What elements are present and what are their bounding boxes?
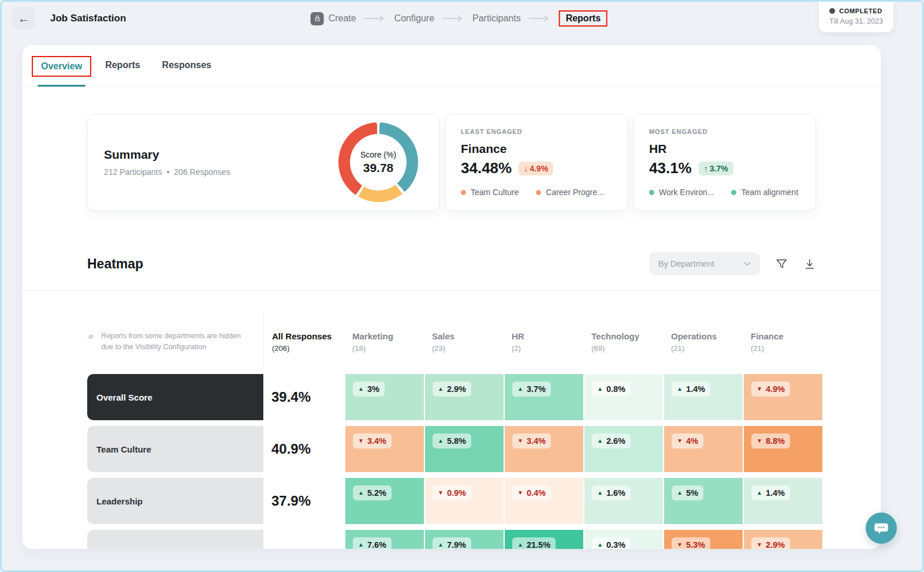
heatmap-cell[interactable]: ▲1.6%	[583, 478, 663, 524]
delta-value: 21.5%	[527, 540, 550, 549]
tab-overview[interactable]: Overview	[39, 45, 84, 87]
chat-widget-button[interactable]	[866, 513, 897, 544]
responses-count: 206 Responses	[174, 167, 230, 177]
heatmap-cell[interactable]: ▼2.9%	[743, 530, 822, 549]
delta-value: 3%	[367, 384, 379, 394]
heatmap-row: Team Culture40.9%▼3.4%▲5.8%▼3.4%▲2.6%▼4%…	[87, 426, 881, 472]
row-label-cell[interactable]: Leadership	[87, 478, 263, 524]
arrow-down-icon: ↓	[524, 164, 528, 173]
delta-value: 5.2%	[367, 488, 386, 498]
delta-badge: ▲0.8%	[592, 382, 631, 397]
heatmap-cell[interactable]: ▼0.9%	[424, 478, 504, 524]
group-by-dropdown[interactable]: By Department	[649, 252, 760, 275]
heatmap-cell[interactable]: ▲21.5%	[504, 530, 583, 549]
back-button[interactable]: ←	[12, 7, 35, 30]
heatmap-cell[interactable]: ▲2.9%	[424, 374, 504, 420]
delta-badge: ▲7.9%	[433, 537, 471, 549]
heatmap-cell[interactable]: ▲3.7%	[504, 374, 583, 420]
delta-badge: ▲7.6%	[353, 537, 392, 549]
trend-down-icon: ▼	[517, 490, 523, 496]
column-count: (21)	[751, 344, 822, 353]
donut-center-label: Score (%)	[360, 150, 396, 159]
column-name: Technology	[591, 331, 663, 341]
breadcrumb-step-participants[interactable]: Participants	[472, 13, 521, 24]
row-label-cell[interactable]: Overall Score	[87, 374, 263, 420]
heatmap-cell[interactable]: ▲1.4%	[743, 478, 822, 524]
heatmap-cell[interactable]: ▲1.4%	[663, 374, 743, 420]
dot-icon	[536, 190, 541, 195]
heatmap-cell[interactable]: ▼5.3%	[663, 530, 743, 549]
score-donut-chart: Score (%) 39.78	[338, 122, 418, 202]
breadcrumb-step-label: Create	[329, 13, 356, 24]
filter-button[interactable]	[775, 257, 788, 271]
breadcrumb-step-create[interactable]: Create	[311, 12, 356, 25]
heatmap-row: Overall Score39.4%▲3%▲2.9%▲3.7%▲0.8%▲1.4…	[87, 374, 881, 420]
breadcrumb-arrow-icon	[529, 15, 551, 22]
breadcrumb-step-reports[interactable]: Reports	[559, 10, 608, 27]
delta-value: 1.6%	[606, 488, 625, 498]
chevron-down-icon	[744, 261, 751, 266]
row-label-cell[interactable]	[87, 530, 263, 549]
arrow-up-icon: ↑	[704, 164, 708, 173]
dot-icon	[461, 190, 466, 195]
least-engaged-name: Finance	[461, 142, 612, 156]
tab-label: Reports	[105, 60, 140, 70]
most-engaged-name: HR	[649, 142, 800, 156]
heatmap-header-row: Heatmap By Department	[87, 252, 816, 275]
column-count: (21)	[671, 344, 743, 353]
delta-value: 1.4%	[766, 488, 785, 498]
heatmap-cell[interactable]: ▼3.4%	[504, 426, 583, 472]
delta-badge: ▼0.4%	[512, 485, 551, 500]
dot-icon	[649, 190, 654, 195]
group-by-value: By Department	[658, 259, 714, 268]
heatmap-cell[interactable]: ▲5.8%	[424, 426, 504, 472]
heatmap-cell[interactable]: ▲5.2%	[344, 478, 424, 524]
delta-value: 0.9%	[447, 488, 466, 498]
driver-tag-label: Team alignment	[741, 188, 798, 197]
delta-value: 2.6%	[606, 436, 625, 446]
heatmap-cell[interactable]: ▼4.9%	[743, 374, 822, 420]
driver-tag: Team alignment	[731, 188, 798, 197]
delta-value: 3.4%	[527, 436, 546, 446]
delta-badge: ▲2.9%	[433, 382, 471, 397]
heatmap-cell[interactable]: ▼4%	[663, 426, 743, 472]
download-button[interactable]	[803, 257, 816, 270]
heatmap-cell[interactable]: ▼8.8%	[743, 426, 822, 472]
delta-badge: ▲5.8%	[433, 433, 471, 448]
delta-value: 0.8%	[606, 384, 625, 394]
driver-tag: Work Environ...	[649, 188, 714, 197]
heatmap-row: ▲7.6%▲7.9%▲21.5%▲0.3%▼5.3%▼2.9%	[87, 530, 881, 549]
delta-badge: ▼2.9%	[751, 537, 790, 549]
column-count: (18)	[352, 344, 424, 353]
trend-up-icon: ▲	[358, 386, 364, 392]
delta-value: 5.3%	[686, 540, 705, 549]
trend-up-icon: ▲	[438, 542, 444, 548]
column-header-hr: HR(2)	[504, 331, 583, 353]
heatmap-cell[interactable]: ▲3%	[344, 374, 424, 420]
delta-value: 3.7%	[527, 384, 546, 394]
filter-funnel-icon	[775, 257, 788, 271]
breadcrumb-step-configure[interactable]: Configure	[394, 13, 434, 24]
delta-value: 4%	[686, 436, 698, 446]
summary-title: Summary	[104, 148, 230, 162]
heatmap-cell[interactable]: ▼3.4%	[344, 426, 424, 472]
heatmap-cell[interactable]: ▲0.8%	[583, 374, 663, 420]
most-engaged-value: 43.1%	[649, 159, 692, 177]
tab-reports[interactable]: Reports	[104, 45, 141, 87]
trend-up-icon: ▲	[597, 542, 603, 548]
delta-value: 1.4%	[686, 384, 705, 394]
heatmap-cell[interactable]: ▲0.3%	[583, 530, 663, 549]
tab-responses[interactable]: Responses	[161, 45, 213, 87]
heatmap-cell[interactable]: ▼0.4%	[504, 478, 583, 524]
delta-value: 0.3%	[606, 540, 625, 549]
heatmap-cell[interactable]: ▲7.6%	[344, 530, 424, 549]
heatmap-cell[interactable]: ▲2.6%	[583, 426, 663, 472]
row-score-cell: 40.9%	[263, 426, 344, 472]
row-label-cell[interactable]: Team Culture	[87, 426, 263, 472]
trend-down-icon: ▼	[757, 438, 762, 444]
heatmap-cell[interactable]: ▲7.9%	[424, 530, 504, 549]
visibility-note: Reports from some departments are hidden…	[87, 331, 263, 353]
heatmap-cell[interactable]: ▲5%	[663, 478, 743, 524]
heatmap-column-headers: Reports from some departments are hidden…	[87, 314, 881, 369]
row-score-cell: 37.9%	[263, 478, 344, 524]
